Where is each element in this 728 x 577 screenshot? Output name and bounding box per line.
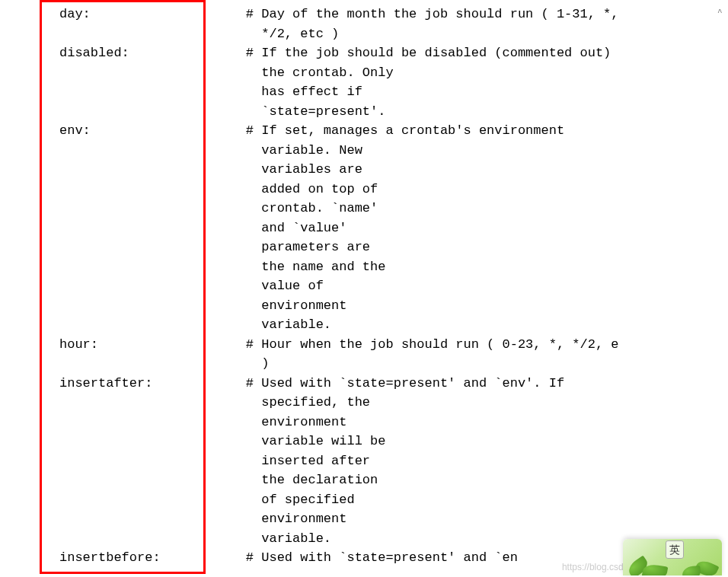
param-desc-cont-text: variable will be xyxy=(59,434,385,448)
param-desc-cont-text: environment xyxy=(59,512,346,526)
param-desc-first: # Used with `state=present' and `env'. I… xyxy=(246,376,564,391)
param-name: disabled: xyxy=(59,46,246,60)
param-desc-cont: variable will be xyxy=(59,432,728,451)
scroll-up-caret[interactable]: ^ xyxy=(717,6,725,14)
param-desc-cont-text: inserted after xyxy=(59,454,370,468)
param-desc-cont-text: added on top of xyxy=(59,182,378,196)
param-desc-cont-text: crontab. `name' xyxy=(59,201,378,215)
param-desc-first: # If the job should be disabled (comment… xyxy=(246,46,611,60)
param-desc-cont-text: variable. xyxy=(59,317,331,332)
param-row: disabled: # If the job should be disable… xyxy=(59,43,728,63)
param-desc-cont: environment xyxy=(59,509,728,529)
param-desc-cont: the crontab. Only xyxy=(59,63,728,83)
param-desc-cont-text: has effect if xyxy=(59,84,362,99)
param-desc-cont-text: `state=present'. xyxy=(59,104,385,119)
param-desc-cont: specified, the xyxy=(59,393,728,413)
param-desc-cont-text: the crontab. Only xyxy=(59,65,394,80)
param-name: insertafter: xyxy=(59,376,246,391)
param-desc-first: # If set, manages a crontab's environmen… xyxy=(246,123,564,138)
param-desc-cont: the name and the xyxy=(59,257,728,277)
param-desc-cont-text: the name and the xyxy=(59,260,385,274)
param-desc-cont: and `value' xyxy=(59,218,728,238)
param-desc-cont-text: and `value' xyxy=(59,221,346,235)
param-desc-cont-text: parameters are xyxy=(59,240,370,254)
param-desc-first: # Used with `state=present' and `en xyxy=(246,550,518,565)
param-desc-cont-text: variable. New xyxy=(59,143,362,158)
doc-content: ^ day: # Day of the month the job should… xyxy=(0,0,728,568)
param-desc-cont-text: value of xyxy=(59,279,324,293)
param-desc-cont: */2, etc ) xyxy=(59,24,728,44)
param-desc-cont: crontab. `name' xyxy=(59,199,728,218)
param-desc-first: # Hour when the job should run ( 0-23, *… xyxy=(246,337,619,352)
param-desc-cont: `state=present'. xyxy=(59,102,728,122)
param-row: hour: # Hour when the job should run ( 0… xyxy=(59,335,728,355)
param-name: hour: xyxy=(59,337,246,352)
param-desc-cont-text: */2, etc ) xyxy=(59,27,339,41)
param-desc-cont-text: environment xyxy=(59,298,346,313)
param-desc-cont-text: variables are xyxy=(59,162,362,177)
ime-language-indicator[interactable]: 英 xyxy=(666,540,684,559)
param-desc-cont: parameters are xyxy=(59,237,728,257)
param-name: day: xyxy=(59,7,246,21)
param-desc-cont: has effect if xyxy=(59,82,728,102)
param-desc-cont-text: variable. xyxy=(59,531,331,546)
param-desc-cont: value of xyxy=(59,276,728,296)
param-desc-cont: variable. xyxy=(59,315,728,335)
param-desc-cont: environment xyxy=(59,296,728,316)
param-row: day: # Day of the month the job should r… xyxy=(59,5,728,24)
param-desc-cont: variable. New xyxy=(59,141,728,161)
param-desc-cont-text: ) xyxy=(59,356,269,371)
ime-widget[interactable]: 英 xyxy=(623,539,722,575)
param-desc-cont-text: specified, the xyxy=(59,395,370,410)
param-desc-cont: variables are xyxy=(59,160,728,180)
params-list: day: # Day of the month the job should r… xyxy=(0,0,728,568)
param-desc-cont: added on top of xyxy=(59,180,728,199)
param-row: env: # If set, manages a crontab's envir… xyxy=(59,121,728,141)
param-desc-cont-text: environment xyxy=(59,415,346,429)
param-desc-first: # Day of the month the job should run ( … xyxy=(246,7,619,21)
param-name: insertbefore: xyxy=(59,550,246,565)
param-desc-cont-text: the declaration xyxy=(59,473,378,487)
param-row: insertafter: # Used with `state=present'… xyxy=(59,374,728,394)
param-desc-cont-text: of specified xyxy=(59,493,355,507)
param-desc-cont: ) xyxy=(59,354,728,374)
param-desc-cont: the declaration xyxy=(59,470,728,490)
param-desc-cont: inserted after xyxy=(59,451,728,471)
param-desc-cont: environment xyxy=(59,413,728,432)
param-name: env: xyxy=(59,123,246,138)
param-desc-cont: of specified xyxy=(59,490,728,510)
